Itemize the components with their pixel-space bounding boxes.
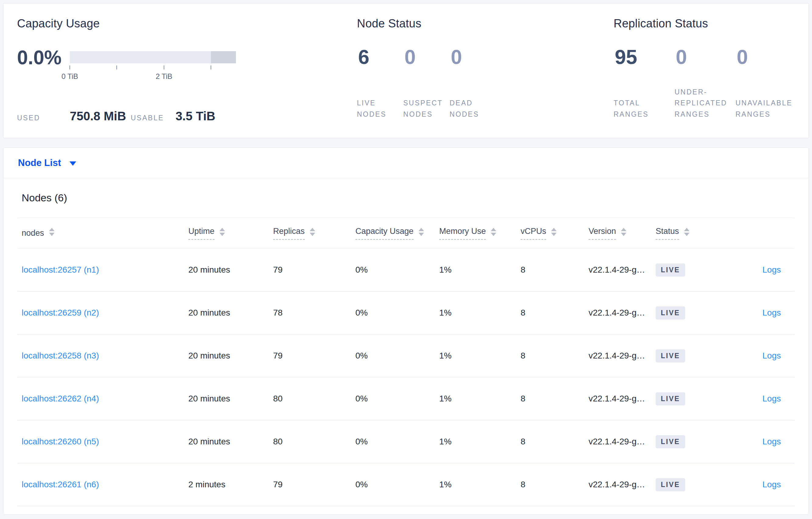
logs-link[interactable]: Logs	[762, 480, 781, 489]
memory-cell: 1%	[439, 480, 521, 489]
capacity-bar	[70, 51, 236, 63]
vcpus-cell: 8	[521, 265, 588, 275]
column-header-version[interactable]: Version	[588, 226, 656, 239]
memory-cell: 1%	[439, 265, 521, 275]
stat-under-replicated-ranges: 0 UNDER-REPLICATED RANGES	[674, 47, 731, 120]
nodes-count-title: Nodes (6)	[18, 178, 794, 218]
stat-live-nodes: 6 LIVE NODES	[357, 47, 398, 120]
node-list-dropdown[interactable]: Node List	[18, 157, 76, 169]
replicas-cell: 79	[273, 351, 355, 361]
column-header-status[interactable]: Status	[656, 226, 732, 239]
version-cell: v22.1.4-29-g…	[588, 437, 656, 447]
usable-label: USABLE	[131, 114, 176, 122]
axis-tick	[211, 65, 211, 69]
node-link[interactable]: localhost:26258 (n3)	[22, 351, 99, 360]
uptime-cell: 2 minutes	[188, 480, 273, 489]
vcpus-cell: 8	[521, 351, 588, 361]
logs-link[interactable]: Logs	[762, 394, 781, 403]
stat-label: TOTAL RANGES	[614, 97, 669, 120]
axis-tick-label: 0 TiB	[62, 72, 78, 81]
table-header-row: nodes Uptime Replicas Capacity Usage Mem…	[18, 218, 794, 248]
axis-tick	[116, 65, 117, 69]
node-list-dropdown-label: Node List	[18, 157, 61, 169]
replicas-cell: 79	[273, 480, 355, 489]
stat-label: DEAD NODES	[450, 97, 491, 120]
stat-value: 6	[357, 47, 398, 67]
capacity-axis-ticks	[70, 65, 236, 72]
stat-value: 0	[735, 47, 792, 67]
node-link[interactable]: localhost:26257 (n1)	[22, 265, 99, 274]
axis-tick	[69, 65, 70, 69]
uptime-cell: 20 minutes	[188, 394, 273, 403]
replicas-cell: 78	[273, 308, 355, 318]
table-row: localhost:26262 (n4) 20 minutes 80 0% 1%…	[18, 377, 794, 420]
stat-label: UNDER-REPLICATED RANGES	[674, 87, 730, 120]
uptime-cell: 20 minutes	[188, 265, 273, 275]
node-link[interactable]: localhost:26259 (n2)	[22, 308, 99, 317]
node-list-panel: Node List Nodes (6) nodes Uptime Replica…	[3, 147, 809, 515]
vcpus-cell: 8	[521, 437, 588, 447]
column-header-nodes[interactable]: nodes	[18, 228, 188, 238]
column-header-replicas[interactable]: Replicas	[273, 226, 355, 239]
stat-value: 0	[403, 47, 444, 67]
sort-icon	[684, 228, 690, 236]
status-badge: LIVE	[656, 306, 685, 319]
sort-icon	[418, 228, 424, 236]
nodes-table-section: Nodes (6) nodes Uptime Replicas Capacity…	[3, 178, 809, 506]
memory-cell: 1%	[439, 394, 521, 403]
used-value: 750.8 MiB	[70, 109, 131, 123]
capacity-cell: 0%	[355, 480, 439, 489]
replication-status-section: Replication Status 95 TOTAL RANGES 0 UND…	[614, 3, 809, 138]
sort-icon	[551, 228, 557, 236]
replicas-cell: 80	[273, 437, 355, 447]
vcpus-cell: 8	[521, 480, 588, 489]
column-header-capacity-usage[interactable]: Capacity Usage	[355, 226, 439, 239]
logs-link[interactable]: Logs	[762, 437, 781, 446]
table-row: localhost:26257 (n1) 20 minutes 79 0% 1%…	[18, 248, 794, 292]
table-row: localhost:26258 (n3) 20 minutes 79 0% 1%…	[18, 334, 794, 377]
stat-value: 95	[614, 47, 670, 67]
node-link[interactable]: localhost:26261 (n6)	[22, 480, 99, 489]
capacity-cell: 0%	[355, 351, 439, 361]
vcpus-cell: 8	[521, 308, 588, 318]
capacity-usage-section: Capacity Usage 0.0% 0 TiB 2 TiB	[3, 3, 357, 138]
node-status-title: Node Status	[357, 17, 614, 30]
capacity-cell: 0%	[355, 437, 439, 447]
replicas-cell: 79	[273, 265, 355, 275]
capacity-metrics: USED 750.8 MiB USABLE 3.5 TiB	[17, 109, 357, 123]
memory-cell: 1%	[439, 437, 521, 447]
status-badge: LIVE	[656, 349, 685, 362]
column-header-memory-use[interactable]: Memory Use	[439, 226, 521, 239]
table-row: localhost:26260 (n5) 20 minutes 80 0% 1%…	[18, 420, 794, 463]
node-list-header-bar: Node List	[3, 148, 809, 178]
used-label: USED	[17, 114, 70, 122]
logs-link[interactable]: Logs	[762, 351, 781, 360]
stat-suspect-nodes: 0 SUSPECT NODES	[403, 47, 444, 120]
uptime-cell: 20 minutes	[188, 308, 273, 318]
stat-unavailable-ranges: 0 UNAVAILABLE RANGES	[735, 47, 792, 120]
version-cell: v22.1.4-29-g…	[588, 351, 656, 361]
replication-status-title: Replication Status	[614, 17, 809, 30]
column-header-vcpus[interactable]: vCPUs	[521, 226, 588, 239]
memory-cell: 1%	[439, 308, 521, 318]
column-header-uptime[interactable]: Uptime	[188, 226, 273, 239]
stat-label: SUSPECT NODES	[403, 97, 444, 120]
stat-total-ranges: 95 TOTAL RANGES	[614, 47, 670, 120]
version-cell: v22.1.4-29-g…	[588, 480, 656, 489]
logs-link[interactable]: Logs	[762, 265, 781, 274]
axis-tick-label: 2 TiB	[156, 72, 173, 81]
stat-value: 0	[674, 47, 731, 67]
sort-icon	[49, 228, 55, 236]
logs-link[interactable]: Logs	[762, 308, 781, 317]
stat-label: LIVE NODES	[357, 97, 398, 120]
memory-cell: 1%	[439, 351, 521, 361]
capacity-cell: 0%	[355, 265, 439, 275]
version-cell: v22.1.4-29-g…	[588, 308, 656, 318]
node-link[interactable]: localhost:26262 (n4)	[22, 394, 99, 403]
sort-icon	[491, 228, 496, 236]
status-badge: LIVE	[656, 478, 685, 491]
stat-label: UNAVAILABLE RANGES	[735, 97, 791, 120]
node-link[interactable]: localhost:26260 (n5)	[22, 437, 99, 446]
uptime-cell: 20 minutes	[188, 351, 273, 361]
capacity-bar-dark-segment	[211, 51, 236, 63]
